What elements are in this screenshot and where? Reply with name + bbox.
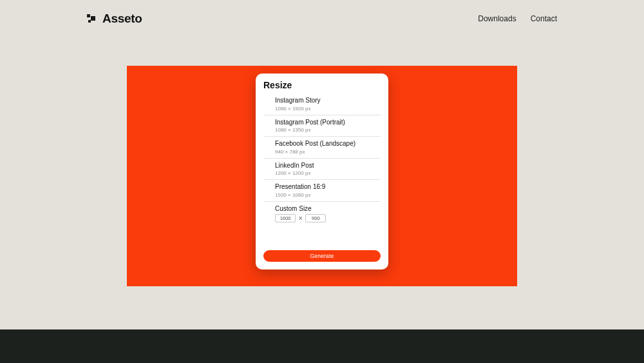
nav-links: Downloads Contact — [478, 14, 557, 23]
preset-dims: 1080 × 1350 px — [275, 127, 381, 133]
preset-instagram-post[interactable]: Instagram Post (Portrait) 1080 × 1350 px — [263, 115, 381, 137]
custom-size-label: Custom Size — [275, 205, 381, 212]
brand[interactable]: Asseto — [87, 12, 142, 26]
nav-downloads[interactable]: Downloads — [478, 14, 516, 23]
card-title: Resize — [263, 80, 381, 90]
resize-card: Resize Instagram Story 1080 × 1920 px In… — [256, 74, 388, 270]
preset-dims: 1080 × 1920 px — [275, 106, 381, 112]
custom-size-block: Custom Size X — [263, 202, 381, 228]
preset-label: LinkedIn Post — [275, 162, 381, 170]
preset-presentation[interactable]: Presentation 16:9 1920 × 1080 px — [263, 180, 381, 202]
topbar: Asseto Downloads Contact — [0, 0, 644, 26]
brand-logo-icon — [87, 14, 99, 23]
preset-facebook-post[interactable]: Facebook Post (Landscape) 940 × 788 px — [263, 137, 381, 159]
brand-name: Asseto — [102, 12, 142, 26]
dimension-separator: X — [299, 215, 302, 221]
preset-label: Instagram Story — [275, 97, 381, 105]
preset-label: Facebook Post (Landscape) — [275, 140, 381, 148]
preset-label: Presentation 16:9 — [275, 183, 381, 191]
preset-dims: 940 × 788 px — [275, 149, 381, 155]
preview-stage: Resize Instagram Story 1080 × 1920 px In… — [127, 66, 517, 286]
nav-contact[interactable]: Contact — [531, 14, 557, 23]
generate-button[interactable]: Generate — [263, 250, 381, 262]
preset-list: Instagram Story 1080 × 1920 px Instagram… — [263, 95, 381, 250]
footer-strip — [0, 329, 644, 363]
preset-label: Instagram Post (Portrait) — [275, 119, 381, 127]
preset-linkedin-post[interactable]: LinkedIn Post 1200 × 1200 px — [263, 159, 381, 181]
preset-instagram-story[interactable]: Instagram Story 1080 × 1920 px — [263, 95, 381, 115]
preset-dims: 1200 × 1200 px — [275, 170, 381, 176]
custom-width-input[interactable] — [275, 214, 296, 222]
preset-dims: 1920 × 1080 px — [275, 192, 381, 198]
custom-height-input[interactable] — [305, 214, 326, 222]
